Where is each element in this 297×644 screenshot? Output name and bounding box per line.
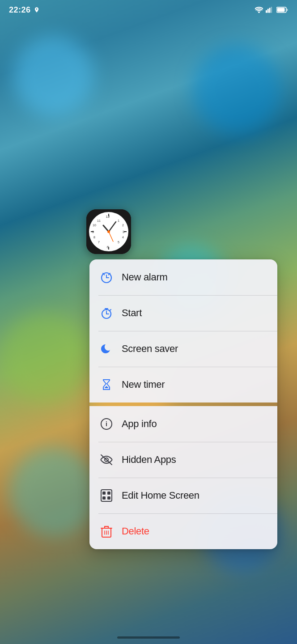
battery-icon (276, 7, 288, 13)
svg-rect-6 (287, 9, 288, 11)
svg-line-39 (110, 309, 111, 310)
svg-text:3: 3 (123, 230, 125, 234)
svg-text:6: 6 (107, 245, 109, 249)
svg-rect-48 (107, 491, 110, 495)
svg-point-28 (107, 230, 110, 233)
start-label: Start (122, 307, 142, 319)
menu-item-edit-home-screen[interactable]: Edit Home Screen (89, 478, 277, 513)
location-icon (34, 7, 40, 13)
bg-blur-1 (13, 36, 94, 116)
menu-item-hidden-apps[interactable]: Hidden Apps (89, 442, 277, 478)
info-icon: i (98, 416, 115, 432)
bg-blur-2 (192, 45, 282, 134)
bg-blur-4 (0, 313, 89, 402)
svg-text:i: i (106, 420, 107, 428)
alarm-icon (98, 269, 115, 285)
hidden-apps-label: Hidden Apps (122, 454, 176, 466)
home-indicator[interactable] (117, 636, 180, 639)
menu-section-actions: i App info Hidden Apps (89, 406, 277, 549)
svg-text:11: 11 (97, 219, 101, 222)
menu-item-start[interactable]: Start (89, 295, 277, 331)
screen-saver-label: Screen saver (122, 343, 178, 355)
svg-rect-5 (277, 8, 285, 12)
svg-rect-3 (271, 7, 272, 13)
new-timer-label: New timer (122, 379, 165, 390)
context-menu: New alarm Start S (89, 259, 277, 549)
svg-rect-0 (266, 10, 267, 13)
timer-icon (98, 377, 115, 393)
svg-rect-49 (102, 496, 106, 500)
svg-text:7: 7 (98, 241, 100, 244)
svg-text:8: 8 (93, 236, 95, 239)
status-icons (255, 7, 288, 13)
svg-rect-50 (107, 496, 110, 500)
stopwatch-icon (98, 305, 115, 321)
clock-app-icon[interactable]: 12 6 9 3 1 2 4 5 7 8 10 11 (86, 209, 131, 254)
svg-text:10: 10 (93, 224, 96, 227)
app-info-label: App info (122, 418, 157, 430)
svg-text:4: 4 (122, 236, 124, 239)
bg-blur-6 (9, 447, 98, 537)
menu-item-delete[interactable]: Delete (89, 513, 277, 549)
delete-label: Delete (122, 525, 149, 537)
svg-text:2: 2 (122, 224, 124, 227)
svg-rect-2 (269, 8, 271, 13)
trash-icon (98, 523, 115, 539)
svg-rect-46 (101, 490, 112, 501)
menu-section-shortcuts: New alarm Start S (89, 259, 277, 402)
signal-icon (266, 7, 274, 13)
status-bar: 22:26 (0, 0, 297, 20)
menu-item-new-timer[interactable]: New timer (89, 367, 277, 402)
svg-text:5: 5 (118, 241, 119, 244)
moon-icon (98, 341, 115, 357)
new-alarm-label: New alarm (122, 271, 167, 283)
svg-text:12: 12 (106, 215, 110, 219)
svg-text:9: 9 (92, 230, 94, 234)
svg-text:1: 1 (118, 219, 119, 222)
menu-item-new-alarm[interactable]: New alarm (89, 259, 277, 295)
edit-home-icon (98, 487, 115, 504)
hidden-icon (98, 452, 115, 468)
status-time: 22:26 (9, 5, 31, 15)
menu-item-app-info[interactable]: i App info (89, 406, 277, 442)
svg-rect-47 (102, 491, 106, 495)
menu-item-screen-saver[interactable]: Screen saver (89, 331, 277, 367)
edit-home-screen-label: Edit Home Screen (122, 490, 199, 501)
svg-rect-1 (267, 9, 269, 13)
wifi-icon (255, 7, 263, 13)
